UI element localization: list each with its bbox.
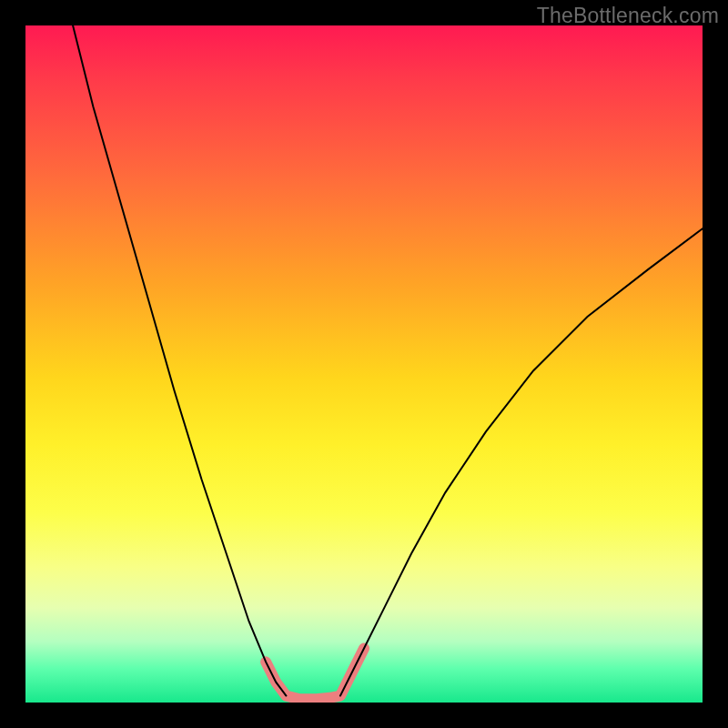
curve-overlay bbox=[25, 25, 703, 703]
chart-frame: TheBottleneck.com bbox=[0, 0, 728, 728]
right-curve bbox=[340, 228, 703, 695]
left-curve bbox=[73, 25, 286, 696]
highlight-segment bbox=[266, 648, 364, 699]
watermark-text: TheBottleneck.com bbox=[537, 4, 719, 28]
plot-area bbox=[25, 25, 703, 703]
